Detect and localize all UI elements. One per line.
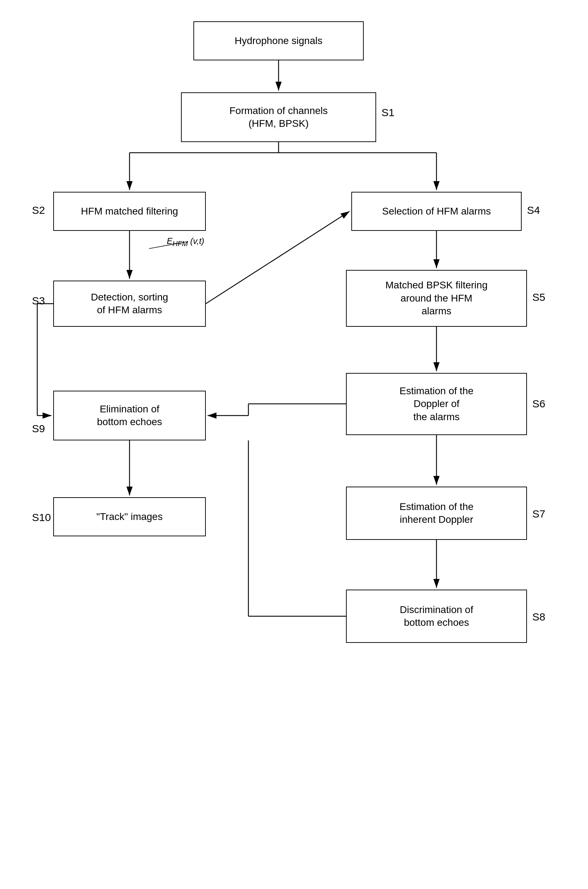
estimation-inherent-box: Estimation of theinherent Doppler <box>346 487 527 540</box>
discrimination-label: Discrimination ofbottom echoes <box>400 603 473 629</box>
hfm-filter-box: HFM matched filtering <box>53 192 206 231</box>
hydrophone-box: Hydrophone signals <box>194 21 364 60</box>
matched-bpsk-label: Matched BPSK filteringaround the HFMalar… <box>386 279 488 317</box>
s4-label: S4 <box>527 204 540 216</box>
s1-label: S1 <box>381 107 394 119</box>
track-label: "Track" images <box>96 510 163 523</box>
estimation-inherent-label: Estimation of theinherent Doppler <box>400 501 474 526</box>
estimation-doppler-box: Estimation of theDoppler ofthe alarms <box>346 373 527 435</box>
ehfm-annotation: EHFM (v,t) <box>167 236 204 248</box>
flowchart: Hydrophone signals Formation of channels… <box>0 0 588 889</box>
selection-label: Selection of HFM alarms <box>382 205 491 218</box>
selection-box: Selection of HFM alarms <box>351 192 522 231</box>
hfm-filter-label: HFM matched filtering <box>81 205 178 218</box>
s7-label: S7 <box>532 508 545 520</box>
formation-box: Formation of channels(HFM, BPSK) <box>181 92 376 142</box>
s9-label: S9 <box>32 423 45 435</box>
s8-label: S8 <box>532 611 545 623</box>
elimination-box: Elimination ofbottom echoes <box>53 391 206 441</box>
s2-label: S2 <box>32 204 45 216</box>
formation-label: Formation of channels(HFM, BPSK) <box>229 104 327 130</box>
s6-label: S6 <box>532 398 545 410</box>
matched-bpsk-box: Matched BPSK filteringaround the HFMalar… <box>346 270 527 327</box>
s10-label: S10 <box>32 511 51 523</box>
track-box: "Track" images <box>53 497 206 536</box>
s3-label: S3 <box>32 295 45 307</box>
svg-line-9 <box>206 211 350 304</box>
s5-label: S5 <box>532 291 545 303</box>
detection-label: Detection, sortingof HFM alarms <box>91 291 168 317</box>
detection-box: Detection, sortingof HFM alarms <box>53 281 206 327</box>
hydrophone-label: Hydrophone signals <box>234 35 322 47</box>
discrimination-box: Discrimination ofbottom echoes <box>346 590 527 643</box>
estimation-doppler-label: Estimation of theDoppler ofthe alarms <box>400 385 474 423</box>
elimination-label: Elimination ofbottom echoes <box>97 403 162 429</box>
